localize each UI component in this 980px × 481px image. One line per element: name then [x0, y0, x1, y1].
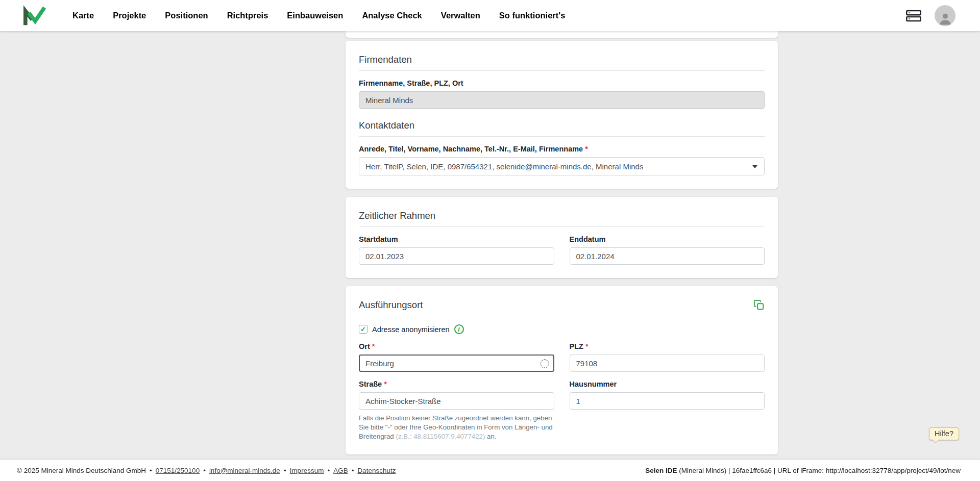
copyright-text: © 2025 Mineral Minds Deutschland GmbH: [17, 467, 146, 474]
card-firmendaten: Firmendaten Firmenname, Straße, PLZ, Ort…: [346, 41, 778, 189]
required-marker: *: [585, 145, 588, 153]
separator-dot: •: [150, 467, 152, 474]
enddatum-input[interactable]: [570, 247, 765, 265]
top-navbar: Karte Projekte Positionen Richtpreis Ein…: [0, 0, 980, 31]
help-button[interactable]: Hilfe?: [929, 427, 959, 440]
enddatum-label-text: Enddatum: [570, 235, 606, 243]
plz-field: PLZ *: [570, 342, 765, 372]
hausnummer-input[interactable]: [570, 392, 765, 410]
info-icon-glyph: i: [458, 326, 459, 333]
section-title-ausfuehrungsort: Ausführungsort: [359, 299, 423, 311]
ort-input-wrap: [359, 355, 554, 372]
separator-dot: •: [203, 467, 206, 474]
caret-down-icon: [752, 165, 757, 168]
plz-label: PLZ *: [570, 342, 765, 350]
strasse-field: Straße * Falls die Position keiner Straß…: [359, 380, 554, 441]
footer: © 2025 Mineral Minds Deutschland GmbH • …: [0, 460, 980, 481]
nav-item-so-funktionierts[interactable]: So funktioniert's: [499, 11, 566, 20]
anonymize-label: Adresse anonymisieren: [372, 325, 450, 334]
ausfuehrungsort-title-row: Ausführungsort: [359, 299, 765, 311]
divider: [359, 226, 765, 227]
required-marker: *: [384, 380, 387, 388]
hausnummer-field: Hausnummer: [570, 380, 765, 410]
section-title-zeitlicher-rahmen: Zeitlicher Rahmen: [359, 210, 765, 221]
section-title-firmendaten: Firmendaten: [359, 54, 765, 65]
footer-link-phone[interactable]: 07151/250100: [156, 467, 200, 474]
divider: [359, 316, 765, 316]
avatar[interactable]: [935, 5, 955, 26]
nav-item-projekte[interactable]: Projekte: [113, 11, 146, 20]
nav-item-karte[interactable]: Karte: [72, 11, 94, 20]
iframe-url-text: (Mineral Minds) | 16fae1ffc6a6 | URL of …: [677, 467, 961, 474]
spinner-icon: [540, 359, 549, 368]
firmenname-label: Firmenname, Straße, PLZ, Ort: [359, 79, 765, 87]
ort-field: Ort *: [359, 342, 554, 372]
footer-link-datenschutz[interactable]: Datenschutz: [357, 467, 396, 474]
form-column: Firmendaten Firmenname, Straße, PLZ, Ort…: [346, 31, 778, 481]
strasse-input[interactable]: [359, 392, 554, 410]
hausnummer-label: Hausnummer: [570, 380, 765, 388]
card-partial-top: [346, 31, 778, 38]
enddatum-field: Enddatum: [570, 235, 765, 265]
ort-label: Ort *: [359, 342, 554, 350]
footer-left: © 2025 Mineral Minds Deutschland GmbH • …: [17, 467, 396, 474]
address-grid: Ort * PLZ * Straße * Falls die Position …: [359, 342, 765, 441]
anonymize-row: ✓ Adresse anonymisieren i: [359, 324, 765, 334]
date-grid: Startdatum Enddatum: [359, 235, 765, 265]
anonymize-checkbox[interactable]: ✓: [359, 325, 368, 334]
plz-label-text: PLZ: [570, 342, 583, 350]
required-marker: *: [585, 342, 589, 350]
navbar-right: [906, 5, 955, 26]
startdatum-label-text: Startdatum: [359, 235, 398, 243]
mineral-minds-logo-icon: [22, 5, 46, 27]
server-icon[interactable]: [906, 9, 921, 22]
nav-item-einbauweisen[interactable]: Einbauweisen: [287, 11, 343, 20]
main-nav: Karte Projekte Positionen Richtpreis Ein…: [72, 11, 565, 20]
nav-item-verwalten[interactable]: Verwalten: [441, 11, 480, 20]
required-marker: *: [372, 342, 375, 350]
separator-dot: •: [284, 467, 286, 474]
separator-dot: •: [327, 467, 330, 474]
enddatum-label: Enddatum: [570, 235, 765, 243]
hausnummer-label-text: Hausnummer: [570, 380, 617, 388]
plz-input[interactable]: [570, 355, 765, 372]
strasse-label-text: Straße: [359, 380, 382, 388]
ort-label-text: Ort: [359, 342, 370, 350]
firmenname-input: [359, 91, 765, 109]
nav-item-analyse-check[interactable]: Analyse Check: [362, 11, 422, 20]
footer-link-agb[interactable]: AGB: [333, 467, 348, 474]
hint-end-text: an.: [485, 433, 496, 440]
section-title-kontaktdaten: Kontaktdaten: [359, 120, 765, 131]
footer-status: Selen IDE (Mineral Minds) | 16fae1ffc6a6…: [645, 467, 961, 474]
info-icon[interactable]: i: [454, 324, 464, 334]
startdatum-field: Startdatum: [359, 235, 554, 265]
divider: [359, 70, 765, 71]
footer-link-impressum[interactable]: Impressum: [290, 467, 324, 474]
hint-example-text: (z.B.: 48.8115607,9.4077422): [396, 433, 485, 440]
kontakt-select-value: Herr, TitelP, Selen, IDE, 0987/654321, s…: [365, 162, 643, 171]
strasse-hint: Falls die Position keiner Straße zugeord…: [359, 414, 554, 441]
kontakt-label-text: Anrede, Titel, Vorname, Nachname, Tel.-N…: [359, 145, 583, 153]
startdatum-label: Startdatum: [359, 235, 554, 243]
card-ausfuehrungsort: Ausführungsort ✓ Adresse anonymisieren i…: [346, 286, 778, 454]
startdatum-input[interactable]: [359, 247, 554, 265]
brand-logo[interactable]: [22, 5, 46, 27]
footer-link-email[interactable]: info@mineral-minds.de: [209, 467, 280, 474]
nav-item-positionen[interactable]: Positionen: [165, 11, 208, 20]
kontakt-label: Anrede, Titel, Vorname, Nachname, Tel.-N…: [359, 145, 765, 153]
divider: [359, 136, 765, 137]
kontakt-select[interactable]: Herr, TitelP, Selen, IDE, 0987/654321, s…: [359, 157, 765, 175]
firmenname-label-text: Firmenname, Straße, PLZ, Ort: [359, 79, 463, 87]
nav-item-richtpreis[interactable]: Richtpreis: [227, 11, 268, 20]
separator-dot: •: [352, 467, 354, 474]
copy-icon[interactable]: [753, 299, 765, 311]
card-zeitlicher-rahmen: Zeitlicher Rahmen Startdatum Enddatum: [346, 197, 778, 278]
ide-name-text: Selen IDE: [645, 467, 677, 474]
check-icon: ✓: [360, 326, 366, 333]
ort-input[interactable]: [359, 355, 554, 372]
strasse-label: Straße *: [359, 380, 554, 388]
